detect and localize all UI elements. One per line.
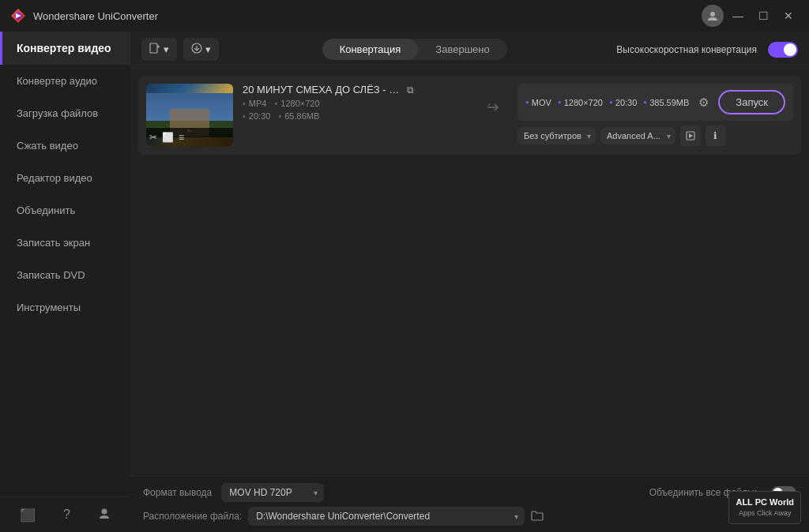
app-title: Wondershare UniConverter [33, 10, 158, 22]
files-area: ▶ ✂ ⬜ ≡ 20 МИНУТ СМЕХА ДО СЛЁЗ - ЛУ [130, 68, 809, 476]
sidebar-item-screen-record[interactable]: Записать экран [0, 227, 130, 259]
sidebar: Конвертер видео Конвертер аудио Загрузка… [0, 32, 130, 532]
watermark-site: ALL PC World [736, 496, 794, 508]
format-select-wrapper: MOV HD 720P [221, 483, 324, 502]
menu-icon[interactable]: ≡ [179, 132, 184, 143]
account-button[interactable] [98, 507, 111, 523]
source-size: 65.86МВ [278, 111, 319, 121]
source-format: MP4 [243, 99, 266, 108]
subtitle-select-wrapper: Без субтитров [517, 127, 596, 144]
subtitle-select[interactable]: Без субтитров [517, 127, 596, 144]
titlebar: Wondershare UniConverter — ☐ ✕ [0, 0, 809, 32]
output-bottom-row: Без субтитров Advanced A... ℹ [517, 126, 793, 146]
crop-icon[interactable]: ⬜ [162, 132, 174, 143]
audio-select[interactable]: Advanced A... [600, 127, 675, 144]
app-logo-icon [9, 7, 27, 24]
main-layout: Конвертер видео Конвертер аудио Загрузка… [0, 32, 809, 532]
scissors-icon[interactable]: ✂ [149, 132, 157, 143]
convert-arrow-icon [480, 99, 508, 115]
file-title: 20 МИНУТ СМЕХА ДО СЛЁЗ - ЛУЧШИЕ ПРИК... [243, 84, 401, 96]
add-url-button[interactable]: ▾ [183, 38, 219, 61]
external-link-icon[interactable]: ⧉ [407, 84, 414, 96]
output-format: MOV [532, 98, 551, 107]
content-area: ▾ ▾ Конвертация Завершено Высокоскоростн… [130, 32, 809, 532]
settings-gear-button[interactable]: ⚙ [695, 94, 712, 111]
sidebar-item-dvd-burn[interactable]: Записать DVD [0, 259, 130, 291]
sidebar-item-video-converter[interactable]: Конвертер видео [0, 32, 130, 65]
help-button[interactable]: ? [63, 508, 70, 522]
tab-convert[interactable]: Конвертация [322, 39, 419, 60]
format-row: Формат вывода MOV HD 720P Объединить все… [143, 483, 796, 502]
add-file-button[interactable]: ▾ [141, 38, 177, 61]
watermark: ALL PC World Apps Click Away [728, 491, 801, 524]
file-thumbnail: ▶ ✂ ⬜ ≡ [146, 84, 233, 147]
thumbnail-controls: ✂ ⬜ ≡ [146, 128, 233, 147]
svg-rect-3 [150, 43, 157, 53]
output-meta: ● MOV ● 1280×720 ● 20:30 ● 385.59МВ [525, 98, 689, 107]
sidebar-item-compress-video[interactable]: Сжать видео [0, 129, 130, 162]
watermark-sub: Apps Click Away [736, 508, 794, 519]
sidebar-footer: ⬛ ? [0, 496, 130, 532]
maximize-button[interactable]: ☐ [752, 5, 774, 27]
audio-select-wrapper: Advanced A... [600, 127, 675, 144]
sidebar-item-file-download[interactable]: Загрузка файлов [0, 97, 130, 129]
add-file-icon [149, 43, 160, 56]
add-url-label: ▾ [205, 43, 211, 55]
info-button[interactable]: ℹ [706, 126, 726, 146]
file-source-meta: MP4 1280×720 [243, 99, 470, 108]
path-label: Расположение файла: [143, 511, 242, 522]
sidebar-item-video-editor[interactable]: Редактор видео [0, 162, 130, 194]
path-select[interactable]: D:\Wondershare UniConverter\Converted [248, 507, 525, 526]
high-speed-toggle[interactable] [768, 42, 798, 58]
format-select[interactable]: MOV HD 720P [221, 483, 324, 502]
sidebar-item-audio-converter[interactable]: Конвертер аудио [0, 65, 130, 97]
file-item: ▶ ✂ ⬜ ≡ 20 МИНУТ СМЕХА ДО СЛЁЗ - ЛУ [138, 76, 801, 155]
panel-icon-button[interactable]: ⬛ [20, 508, 36, 523]
sidebar-item-tools[interactable]: Инструменты [0, 291, 130, 324]
minimize-button[interactable]: — [727, 5, 749, 27]
path-select-wrapper: D:\Wondershare UniConverter\Converted [248, 507, 525, 526]
convert-start-button[interactable]: Запуск [718, 90, 785, 114]
titlebar-controls: — ☐ ✕ [702, 5, 800, 27]
toolbar: ▾ ▾ Конвертация Завершено Высокоскоростн… [130, 32, 809, 68]
close-button[interactable]: ✕ [777, 5, 800, 27]
info-icon: ℹ [713, 130, 717, 141]
output-size: 385.59МВ [649, 98, 689, 107]
svg-marker-15 [689, 133, 693, 138]
source-duration: 20:30 [243, 111, 270, 121]
profile-icon[interactable] [702, 5, 724, 27]
add-file-label: ▾ [164, 43, 169, 55]
tab-group: Конвертация Завершено [322, 39, 507, 60]
file-source-info: 20 МИНУТ СМЕХА ДО СЛЁЗ - ЛУЧШИЕ ПРИК... … [243, 84, 470, 121]
output-top-row: ● MOV ● 1280×720 ● 20:30 ● 385.59МВ ⚙ За… [517, 84, 793, 121]
tab-done[interactable]: Завершено [418, 39, 506, 60]
download-icon [191, 43, 202, 56]
bottom-bar: Формат вывода MOV HD 720P Объединить все… [130, 476, 809, 532]
svg-point-2 [101, 509, 107, 515]
format-label: Формат вывода [143, 487, 212, 498]
svg-point-1 [710, 12, 715, 17]
sidebar-item-merge[interactable]: Объединить [0, 194, 130, 227]
output-settings: ● MOV ● 1280×720 ● 20:30 ● 385.59МВ ⚙ За… [517, 84, 793, 146]
output-resolution: 1280×720 [564, 98, 603, 107]
output-duration: 20:30 [615, 98, 638, 107]
folder-browse-button[interactable] [531, 510, 544, 523]
titlebar-left: Wondershare UniConverter [9, 7, 158, 24]
source-resolution: 1280×720 [274, 99, 319, 108]
preview-button[interactable] [680, 126, 701, 146]
high-speed-label: Высокоскоростная конвертация [616, 44, 757, 55]
file-source-meta2: 20:30 65.86МВ [243, 111, 470, 121]
path-row: Расположение файла: D:\Wondershare UniCo… [143, 507, 796, 526]
